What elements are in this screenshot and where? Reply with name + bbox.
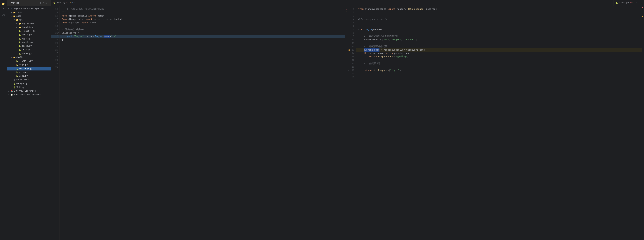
scratches-arrow xyxy=(8,94,10,96)
gutter-line-18: 18 xyxy=(51,21,60,24)
sidebar-icon-strip: 📁 ⋮ ⎇ xyxy=(0,0,7,240)
tree-item-ext-libs[interactable]: 📚 External Libraries xyxy=(7,89,51,93)
comment-4: # Create your views here. xyxy=(358,18,392,21)
ext-libs-icon: 📚 xyxy=(10,90,13,92)
tree-item-init[interactable]: 🐍 __init__.py xyxy=(7,29,51,33)
fold-marker-7: ▼ xyxy=(358,28,360,31)
tree-item-apps-py[interactable]: 🐍 apps.py xyxy=(7,37,51,40)
tree-item-scratches[interactable]: 📝 Scratches and Consoles xyxy=(7,93,51,97)
code-line-17: from django.urls import path, re_path, i… xyxy=(60,18,345,21)
tree-item-asgi[interactable]: 🐍 asgi.py xyxy=(7,63,51,67)
urls-tab-close[interactable]: ✕ xyxy=(74,1,76,4)
asgi-label: asgi.py xyxy=(19,64,28,66)
tree-root[interactable]: ◆ day03 ~/PycharmProjects/5x... xyxy=(7,7,51,10)
code-line-25 xyxy=(60,45,345,48)
tree-item-wsgi[interactable]: 🐍 wsgi.py xyxy=(7,74,51,78)
tree-item-apps[interactable]: 📂 apps xyxy=(7,14,51,18)
tree-item-templates[interactable]: 📁 templates xyxy=(7,25,51,29)
views-login: views. xyxy=(87,35,95,38)
tree-item-settings[interactable]: 🐍 settings.py xyxy=(7,67,51,70)
gutter-line-26: 26 xyxy=(51,48,60,52)
vgutter-13: 13 xyxy=(348,48,356,52)
tree-item-init2[interactable]: 🐍 __init__.py xyxy=(7,59,51,63)
code-scroll-views[interactable]: from django.shortcuts import render, Htt… xyxy=(356,6,642,240)
val-16: admin xyxy=(98,14,104,18)
appspy-icon: 🐍 xyxy=(18,37,21,40)
vgutter-9: 9 xyxy=(348,35,356,38)
views-tab-close[interactable]: ✕ xyxy=(635,1,637,4)
root-arrow xyxy=(8,7,10,10)
urls-api-icon: 🐍 xyxy=(18,48,21,51)
models-icon: 🐍 xyxy=(18,41,21,44)
apps-folder-icon: 📂 xyxy=(13,15,16,17)
code-line-24 xyxy=(60,41,345,45)
tree-item-zhengze[interactable]: 🐍 正则.py xyxy=(7,85,51,89)
folder-tree-icon[interactable]: 📁 xyxy=(1,1,6,6)
settings-icon[interactable]: ⚙ xyxy=(45,1,47,5)
gutter-line-27: 27 xyxy=(51,52,60,55)
sync-icon[interactable]: ⟳ xyxy=(40,1,42,5)
tree-item-views[interactable]: 🐍 views.py xyxy=(7,52,51,55)
day03-arrow xyxy=(10,56,12,59)
tree-item-admin[interactable]: 🐍 admin.py xyxy=(7,33,51,37)
views-error-count: ▲2 xyxy=(630,2,632,4)
gutter-line-29: 29 xyxy=(51,59,60,62)
views-tab-menu-button[interactable]: ▾ xyxy=(639,0,644,6)
tab-menu-button[interactable]: ▾ xyxy=(78,0,82,6)
tab-views-py[interactable]: 🐍 views.py ▲2 ▲1 ✕ xyxy=(613,0,639,6)
vgutter-17: 17 xyxy=(348,62,356,65)
def-kw-7: def xyxy=(360,28,365,31)
tree-item-urls-api[interactable]: 🐍 urls.py xyxy=(7,48,51,52)
tests-label: tests.py xyxy=(22,45,32,47)
tree-item-tests[interactable]: 🐍 tests.py xyxy=(7,44,51,48)
tree-item-migrations[interactable]: 📁 migrations xyxy=(7,22,51,25)
tree-item-venv[interactable]: 📂 .venv xyxy=(7,10,51,14)
gutter-line-15: 15 xyxy=(51,11,60,14)
code-line-29 xyxy=(60,59,345,62)
str-15: """ xyxy=(62,11,66,14)
collapse-icon[interactable]: ≡ xyxy=(42,1,44,5)
tree-item-models[interactable]: 🐍 models.py xyxy=(7,40,51,44)
vgutter-4: 4 xyxy=(348,18,356,21)
tree-item-db[interactable]: 🗄 db.sqlite3 xyxy=(7,78,51,82)
login-str-10: "login" xyxy=(392,38,401,41)
fold-19: ⊞ xyxy=(348,69,349,72)
comment-12: # 2.判断是否具有权限 xyxy=(358,45,387,48)
day03-label: day03 xyxy=(16,56,22,59)
git-icon[interactable]: ⎇ xyxy=(1,12,6,17)
templates-label: templates xyxy=(22,26,33,29)
code-line-30 xyxy=(60,62,345,65)
eq-22: = xyxy=(110,35,111,38)
settings-file-icon: 🐍 xyxy=(16,67,18,70)
kw-from-18: from xyxy=(62,21,68,24)
vcode-line-14: if current_name not in permissions: xyxy=(356,52,642,55)
code-line-28 xyxy=(60,55,345,59)
tree-item-urls-day03[interactable]: 🐍 urls.py xyxy=(7,70,51,74)
account-str-10: 'account' xyxy=(404,38,416,41)
vcode-line-7: ▼def login(request): xyxy=(356,28,642,31)
tree-item-manage[interactable]: 🐍 manage.py xyxy=(7,82,51,85)
models-label: models.py xyxy=(22,41,33,44)
permissions-var: permissions xyxy=(364,38,380,41)
gutter-line-23: 23 xyxy=(51,38,60,41)
indent-22 xyxy=(62,35,67,38)
minimize-panel-icon[interactable]: _ xyxy=(48,1,50,5)
editor-pane-views: 1 2 3 4 5 6 7 8 9 10 11 12 13 14 xyxy=(348,6,644,240)
tab-urls-py[interactable]: 🐍 urls.py ▲3 ▲2 ℹ2 ✕ xyxy=(51,0,78,6)
tree-item-day03[interactable]: 📂 day03 xyxy=(7,55,51,59)
xx-str: 'xx' xyxy=(111,35,116,38)
code-line-14: 2. Add a URL to urlpatterns: xyxy=(60,7,345,11)
close-10: ] xyxy=(416,38,417,41)
request-param: request xyxy=(373,28,382,31)
close-15: ) xyxy=(407,55,408,59)
warning-marker-1 xyxy=(346,11,347,12)
close-19: ) xyxy=(400,69,401,72)
init-label: __init__.py xyxy=(22,30,35,32)
close-bracket-23: ] xyxy=(62,38,63,41)
db-icon: 🗄 xyxy=(13,79,16,81)
structure-icon[interactable]: ⋮ xyxy=(1,7,6,11)
day03-folder-icon: 📂 xyxy=(13,56,16,59)
tree-item-api[interactable]: 📁 api xyxy=(7,18,51,22)
vcode-line-15: return HttpResponse("无权访问") xyxy=(356,55,642,59)
code-scroll-urls[interactable]: 2. Add a URL to urlpatterns: """ from dj… xyxy=(60,6,345,240)
